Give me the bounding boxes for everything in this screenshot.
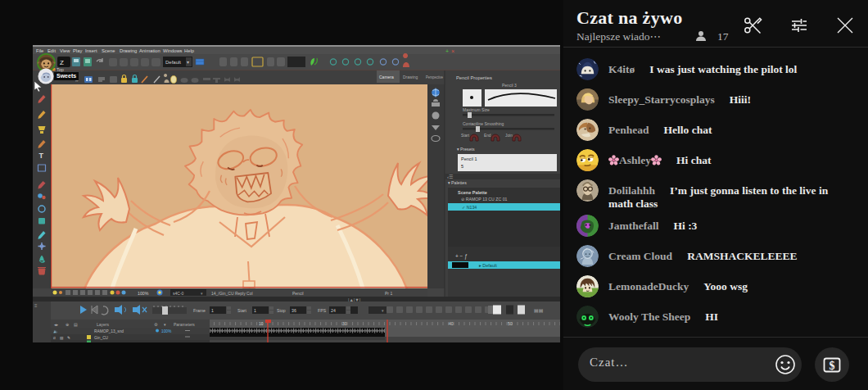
svg-text:T: T xyxy=(39,152,44,160)
svg-text:Frame: Frame xyxy=(193,308,206,313)
svg-text:Pencil 3: Pencil 3 xyxy=(502,83,517,88)
svg-text:10: 10 xyxy=(259,321,264,326)
svg-text:▾ Palettes: ▾ Palettes xyxy=(448,180,467,185)
svg-text:Z: Z xyxy=(60,59,64,66)
svg-text:Scene: Scene xyxy=(102,48,115,53)
svg-text:Scene Palette: Scene Palette xyxy=(458,190,487,195)
svg-text:View: View xyxy=(60,48,70,53)
svg-text:Start: Start xyxy=(237,308,247,313)
svg-text:End: End xyxy=(484,134,491,138)
svg-text:▤: ▤ xyxy=(60,336,64,340)
svg-text:1: 1 xyxy=(254,308,256,313)
svg-text:×: × xyxy=(451,48,454,54)
svg-text:Animation: Animation xyxy=(139,48,160,53)
svg-text:$: $ xyxy=(830,360,835,372)
svg-text:40: 40 xyxy=(449,321,454,326)
svg-text:⊕: ⊕ xyxy=(66,322,69,327)
svg-text:🔈: 🔈 xyxy=(53,329,58,334)
svg-text:Pr 1: Pr 1 xyxy=(385,291,392,296)
svg-text:‹☰: ‹☰ xyxy=(447,175,453,179)
svg-text:▾: ▾ xyxy=(187,60,189,65)
svg-text:Camera: Camera xyxy=(379,75,394,79)
svg-text:RAMOP_13_snd: RAMOP_13_snd xyxy=(94,329,124,333)
svg-text:Insert: Insert xyxy=(85,48,97,53)
svg-text:Pencil Properties: Pencil Properties xyxy=(456,75,492,80)
svg-text:✓ N134: ✓ N134 xyxy=(462,205,477,210)
svg-text:✎: ✎ xyxy=(67,336,70,340)
svg-text:Contactline Smoothing: Contactline Smoothing xyxy=(463,121,504,126)
svg-text:▸ Default: ▸ Default xyxy=(479,263,497,268)
svg-text:+ − ƒ: + − ƒ xyxy=(455,253,468,260)
svg-text:FPS: FPS xyxy=(318,308,327,313)
svg-text:14_/Gin_CU Reply Col: 14_/Gin_CU Reply Col xyxy=(211,291,253,296)
svg-text:Drawing: Drawing xyxy=(403,75,418,79)
svg-text:▾ Presets: ▾ Presets xyxy=(457,147,475,152)
svg-text:Start: Start xyxy=(461,134,470,138)
svg-text:⚙: ⚙ xyxy=(154,322,158,327)
svg-text:Default: Default xyxy=(165,60,181,65)
svg-text:◂▸: ◂▸ xyxy=(54,322,59,327)
svg-text:▤▤: ▤▤ xyxy=(534,308,543,313)
svg-text:Play: Play xyxy=(73,48,82,53)
svg-text:Help: Help xyxy=(184,48,194,53)
svg-text:⊘ RAMOP 13 CU ZC 01: ⊘ RAMOP 13 CU ZC 01 xyxy=(461,197,508,202)
svg-text:30: 30 xyxy=(342,321,347,326)
svg-text:Maximum Size: Maximum Size xyxy=(463,107,490,112)
svg-text:Pencil: Pencil xyxy=(292,291,304,296)
svg-text:s4C-0: s4C-0 xyxy=(173,291,184,296)
svg-text:100%: 100% xyxy=(138,291,149,296)
svg-text:24: 24 xyxy=(331,308,336,313)
svg-text:Stop: Stop xyxy=(277,308,286,313)
svg-text:36: 36 xyxy=(292,308,296,313)
svg-text:Join: Join xyxy=(505,134,513,138)
svg-text:1: 1 xyxy=(211,308,214,313)
svg-text:+: + xyxy=(445,48,449,54)
svg-text:Perspective: Perspective xyxy=(426,75,443,79)
svg-text:|▲|▼|: |▲|▼| xyxy=(348,297,360,302)
svg-text:50: 50 xyxy=(508,321,513,326)
svg-text:Parameters: Parameters xyxy=(174,322,195,327)
svg-text:Windows: Windows xyxy=(163,48,183,53)
svg-text:100%: 100% xyxy=(161,329,172,333)
svg-text:Pencil 1: Pencil 1 xyxy=(461,156,477,161)
svg-text:▤: ▤ xyxy=(74,322,78,327)
svg-text:Layers: Layers xyxy=(97,322,110,327)
svg-text:α: α xyxy=(53,336,56,340)
svg-text:≡: ≡ xyxy=(34,303,38,308)
svg-text:5: 5 xyxy=(461,164,463,169)
svg-text:Gin_CU: Gin_CU xyxy=(94,336,109,340)
svg-text:Drawing: Drawing xyxy=(120,48,137,53)
